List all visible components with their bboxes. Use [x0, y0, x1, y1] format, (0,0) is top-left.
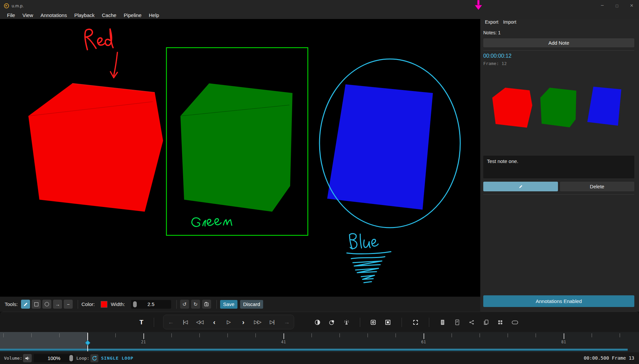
viewport-canvas [0, 19, 480, 297]
width-label: Width: [111, 301, 125, 307]
duplicate-button[interactable] [481, 318, 491, 326]
note-text[interactable]: Test note one. [483, 156, 634, 178]
fullscreen-icon [412, 319, 419, 326]
grid-view-button[interactable] [496, 318, 505, 326]
menu-annotations[interactable]: Annotations [37, 11, 70, 19]
divider [78, 300, 78, 309]
fast-forward-button[interactable]: ▷▷ [250, 315, 265, 329]
app-title: u.m.p. [12, 3, 24, 8]
divider [402, 318, 402, 327]
line-tool-button[interactable]: − [64, 300, 73, 309]
pen-icon [23, 302, 28, 307]
loop-mode-label: SINGLE LOOP [101, 356, 133, 361]
redo-button[interactable]: ↻ [191, 300, 200, 309]
mute-button[interactable] [23, 354, 32, 362]
timeline-major-tick [283, 333, 284, 339]
menu-playback[interactable]: Playback [71, 11, 98, 19]
menu-file[interactable]: File [3, 11, 19, 19]
timeline-tick [255, 333, 256, 337]
timeline-tick [452, 333, 452, 337]
export-menu[interactable]: Export [483, 19, 500, 25]
fullscreen-button[interactable] [411, 318, 420, 326]
go-to-start-button[interactable]: |◁ [178, 315, 192, 329]
contrast-button[interactable] [313, 318, 322, 326]
sphere-button[interactable] [327, 318, 337, 326]
step-back-button[interactable]: ‹ [207, 315, 221, 329]
notes-list-button[interactable] [438, 318, 447, 326]
color-swatch[interactable] [101, 301, 107, 308]
loop-toggle-button[interactable] [90, 354, 98, 362]
grid-view-icon [497, 319, 504, 326]
save-button[interactable]: Save [220, 300, 237, 309]
status-bar: Volume: 100% Loop: SINGLE LOOP 00:00.500… [0, 352, 639, 364]
divider [216, 300, 217, 309]
magenta-cursor-arrow-icon [474, 0, 483, 11]
arrow-tool-button[interactable]: → [53, 300, 62, 309]
pill-view-button[interactable] [510, 318, 520, 326]
volume-slider-handle[interactable] [69, 355, 73, 361]
rectangle-tool-button[interactable] [32, 300, 41, 309]
step-forward-button[interactable]: › [236, 315, 250, 329]
node-graph-button[interactable] [467, 318, 476, 326]
annotation-red-label [85, 29, 113, 50]
delete-note-button[interactable]: Delete [560, 182, 635, 191]
width-slider-handle[interactable] [133, 301, 137, 307]
sphere-icon [329, 319, 335, 326]
divider [360, 318, 360, 327]
safe-area-icon [385, 319, 391, 326]
thumbnail-green-cube [540, 88, 576, 127]
duplicate-icon [483, 319, 489, 326]
menu-view[interactable]: View [19, 11, 37, 19]
timeline-tick-label: 81 [561, 340, 566, 344]
go-to-end-button[interactable]: ▷| [265, 315, 279, 329]
timeline-tick [340, 333, 340, 337]
timeline-tick-label: 61 [421, 340, 426, 344]
safe-area-button[interactable] [383, 318, 393, 326]
thumbnail-red-cube [492, 88, 532, 128]
timeline-tick [536, 333, 536, 337]
light-button[interactable] [342, 318, 351, 326]
minimize-button[interactable]: − [595, 2, 610, 9]
note-thumbnail[interactable] [483, 68, 634, 156]
timeline-tick [199, 333, 200, 337]
menu-cache[interactable]: Cache [98, 11, 120, 19]
rectangle-icon [34, 302, 38, 306]
close-button[interactable]: × [624, 2, 639, 9]
annotations-enabled-toggle[interactable]: Annotations Enabled [483, 295, 634, 307]
width-spinner[interactable]: 2.5 [131, 300, 171, 309]
timeline[interactable]: 21416181 [0, 332, 639, 352]
divider [176, 300, 177, 309]
ellipse-icon [45, 302, 49, 306]
rewind-button[interactable]: ◁◁ [192, 315, 207, 329]
video-viewport[interactable] [0, 19, 480, 297]
note-edit-button[interactable] [453, 318, 462, 326]
annotation-blue-label [347, 234, 391, 283]
menu-help[interactable]: Help [145, 11, 163, 19]
volume-slider[interactable]: 100% [34, 354, 74, 362]
divider [483, 50, 634, 51]
timeline-tick [508, 333, 508, 337]
jump-previous-button[interactable]: ← [163, 315, 178, 329]
note-frame-label: Frame: 12 [483, 61, 634, 66]
menubar: File View Annotations Playback Cache Pip… [0, 11, 639, 19]
import-menu[interactable]: Import [501, 19, 518, 25]
play-button[interactable]: ▷ [221, 315, 236, 329]
ellipse-tool-button[interactable] [42, 300, 51, 309]
text-overlay-button[interactable]: T [136, 317, 146, 327]
edit-note-button[interactable] [483, 182, 558, 191]
clear-annotations-button[interactable] [202, 300, 211, 309]
undo-button[interactable]: ↺ [180, 300, 189, 309]
time-frame-display: 00:00.500 Frame 13 [584, 355, 634, 361]
discard-button[interactable]: Discard [240, 300, 263, 309]
pen-tool-button[interactable] [21, 300, 30, 309]
record-frame-button[interactable] [369, 318, 378, 326]
menu-pipeline[interactable]: Pipeline [120, 11, 145, 19]
note-timecode: 00:00:00:12 [483, 53, 634, 59]
loop-label: Loop: [76, 356, 89, 361]
add-note-button[interactable]: Add Note [483, 38, 634, 47]
redo-icon: ↻ [193, 301, 198, 307]
maximize-button[interactable]: □ [610, 3, 624, 8]
jump-next-button[interactable]: → [279, 315, 294, 329]
app-logo-icon: ▶ [4, 3, 9, 8]
timeline-tick [171, 333, 172, 337]
